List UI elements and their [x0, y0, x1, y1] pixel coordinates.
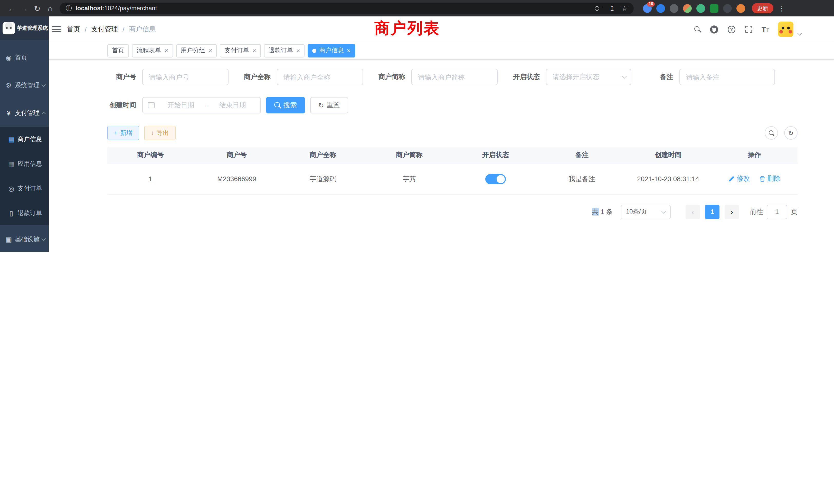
- cell-merchant-no: M233666999: [194, 164, 280, 194]
- date-range-picker[interactable]: 开始日期 - 结束日期: [142, 97, 261, 113]
- delete-link[interactable]: 删除: [759, 174, 781, 183]
- extension-icon[interactable]: [696, 4, 705, 13]
- close-icon[interactable]: ×: [296, 47, 300, 54]
- sidebar-item-pay-order[interactable]: ◎ 支付订单: [0, 176, 49, 201]
- fullscreen-button[interactable]: [745, 25, 753, 33]
- bookmark-star-icon[interactable]: ☆: [622, 4, 628, 12]
- page-1-button[interactable]: 1: [705, 205, 720, 219]
- add-button[interactable]: + 新增: [107, 126, 139, 140]
- document-icon: ▯: [8, 209, 15, 217]
- reload-icon[interactable]: ↻: [31, 2, 44, 15]
- breadcrumb-separator: /: [123, 25, 124, 33]
- refresh-icon: ↻: [788, 130, 794, 136]
- end-date-placeholder[interactable]: 结束日期: [210, 100, 255, 110]
- next-page-button[interactable]: ›: [725, 205, 739, 219]
- sidebar-item-merchant-info[interactable]: ▤ 商户信息: [0, 127, 49, 152]
- font-size-button[interactable]: TT: [762, 25, 769, 33]
- cell-full-name: 芋道源码: [280, 164, 366, 194]
- extension-icon[interactable]: [723, 4, 732, 13]
- tab-user-group[interactable]: 用户分组 ×: [176, 44, 217, 57]
- close-icon[interactable]: ×: [208, 47, 212, 54]
- merchant-no-input[interactable]: [142, 69, 228, 85]
- full-name-input[interactable]: [277, 69, 363, 85]
- card-icon: ▤: [8, 135, 15, 143]
- font-size-icon: T: [762, 25, 766, 33]
- logo-icon: [3, 22, 15, 35]
- site-info-icon[interactable]: ⓘ: [66, 4, 72, 13]
- header-cell-merchant-no: 商户号: [194, 147, 280, 164]
- total-count: 共 1 条: [592, 207, 613, 216]
- tab-label: 流程表单: [137, 46, 161, 55]
- password-key-icon[interactable]: [595, 6, 602, 10]
- chevron-down-icon: [661, 208, 666, 213]
- tab-pay-order[interactable]: 支付订单 ×: [220, 44, 261, 57]
- breadcrumb-item-home[interactable]: 首页: [67, 25, 80, 34]
- tab-home[interactable]: 首页: [107, 44, 129, 57]
- extension-icon[interactable]: [710, 4, 719, 13]
- short-name-input[interactable]: [411, 69, 498, 85]
- tab-label: 用户分组: [180, 46, 205, 55]
- refresh-button[interactable]: ↻: [784, 126, 797, 140]
- close-icon[interactable]: ×: [347, 47, 351, 54]
- chevron-up-icon: [42, 112, 46, 116]
- close-icon[interactable]: ×: [164, 47, 168, 54]
- merchant-no-field: 商户号: [107, 69, 228, 85]
- sidebar-item-payment[interactable]: ¥ 支付管理: [0, 99, 49, 127]
- home-icon[interactable]: ⌂: [44, 2, 57, 15]
- extension-icon[interactable]: 10: [643, 4, 652, 13]
- prev-page-button[interactable]: ‹: [686, 205, 700, 219]
- page-size-value: 10条/页: [626, 207, 647, 216]
- page-size-select[interactable]: 10条/页: [621, 205, 671, 219]
- sidebar-item-app-info[interactable]: ▦ 应用信息: [0, 152, 49, 176]
- search-button-label: 搜索: [284, 100, 297, 110]
- status-field: 开启状态 请选择开启状态: [511, 69, 631, 85]
- tab-process-form[interactable]: 流程表单 ×: [132, 44, 173, 57]
- extension-icon[interactable]: [656, 4, 665, 13]
- browser-profile-avatar[interactable]: [737, 4, 745, 13]
- show-search-button[interactable]: [765, 126, 778, 140]
- share-icon[interactable]: ↥: [609, 4, 615, 12]
- header-cell-full-name: 商户全称: [280, 147, 366, 164]
- breadcrumb-item-current: 商户信息: [129, 25, 156, 34]
- header-cell-create-time: 创建时间: [625, 147, 711, 164]
- tab-refund-order[interactable]: 退款订单 ×: [264, 44, 305, 57]
- sidebar-item-system[interactable]: ⚙ 系统管理: [0, 71, 49, 99]
- avatar-caret-icon[interactable]: [797, 31, 802, 36]
- full-name-label: 商户全称: [242, 72, 271, 82]
- close-icon[interactable]: ×: [252, 47, 256, 54]
- search-button[interactable]: 搜索: [266, 97, 305, 113]
- hamburger-icon[interactable]: [52, 26, 61, 32]
- extension-badge: 10: [647, 1, 655, 6]
- header-search-button[interactable]: [694, 26, 701, 32]
- start-date-placeholder[interactable]: 开始日期: [158, 100, 204, 110]
- address-bar[interactable]: ⓘ localhost:1024/pay/merchant ↥ ☆: [60, 2, 634, 14]
- forward-icon[interactable]: →: [18, 2, 31, 15]
- extension-icon[interactable]: [670, 4, 678, 13]
- tab-merchant-info[interactable]: 商户信息 ×: [308, 44, 355, 57]
- sidebar-item-label: 应用信息: [18, 159, 42, 168]
- monitor-icon: ▣: [5, 235, 12, 243]
- export-button-label: 导出: [157, 129, 169, 137]
- chevron-down-icon: [42, 83, 46, 87]
- browser-update-button[interactable]: 更新: [752, 3, 773, 13]
- breadcrumb-item-payment[interactable]: 支付管理: [91, 25, 118, 34]
- sidebar-item-infrastructure[interactable]: ▣ 基础设施: [0, 225, 49, 252]
- extension-icon[interactable]: [683, 4, 692, 13]
- help-button[interactable]: ?: [727, 25, 736, 33]
- back-icon[interactable]: ←: [5, 2, 18, 15]
- app-logo[interactable]: 芋道管理系统: [0, 17, 49, 40]
- user-avatar[interactable]: [778, 22, 793, 37]
- export-button[interactable]: ↓ 导出: [144, 126, 176, 140]
- filter-row-1: 商户号 商户全称 商户简称 开启状态 请选择开启状态: [107, 69, 797, 85]
- sidebar-item-refund-order[interactable]: ▯ 退款订单: [0, 201, 49, 225]
- edit-link[interactable]: 修改: [728, 174, 750, 183]
- reset-button[interactable]: ↻ 重置: [310, 97, 348, 113]
- browser-menu-icon[interactable]: ⋮: [778, 4, 785, 12]
- status-toggle[interactable]: [485, 174, 506, 184]
- status-select[interactable]: 请选择开启状态: [546, 69, 631, 85]
- goto-input[interactable]: [767, 205, 787, 219]
- sidebar-item-home[interactable]: ◉ 首页: [0, 44, 49, 71]
- svg-text:?: ?: [730, 27, 733, 32]
- remark-input[interactable]: [679, 69, 775, 85]
- github-button[interactable]: [710, 25, 719, 33]
